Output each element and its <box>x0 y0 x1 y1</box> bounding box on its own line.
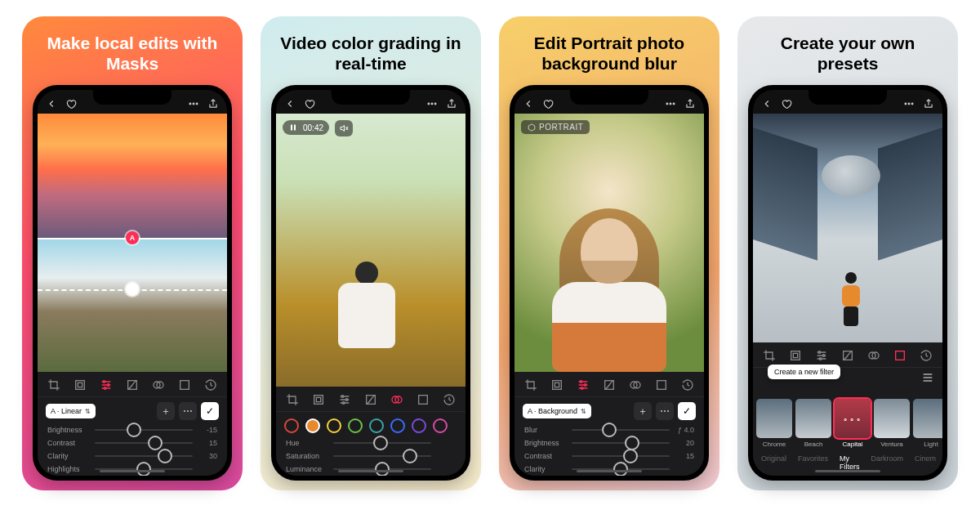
slider-track[interactable] <box>572 468 670 470</box>
slider-thumb[interactable] <box>373 436 388 450</box>
mask-more-button[interactable]: ⋯ <box>656 402 674 420</box>
slider-thumb[interactable] <box>613 462 628 476</box>
heart-icon[interactable] <box>781 98 792 110</box>
canvas[interactable]: PORTRAIT <box>514 114 704 372</box>
more-icon[interactable] <box>426 98 438 110</box>
slider-row-highlights[interactable]: Highlights <box>38 463 227 476</box>
crop-icon[interactable] <box>286 393 299 406</box>
back-icon[interactable] <box>761 98 773 110</box>
watermark-icon[interactable] <box>655 378 668 391</box>
slider-row-saturation[interactable]: Saturation <box>276 450 466 463</box>
crop-icon[interactable] <box>763 349 776 362</box>
slider-thumb[interactable] <box>127 423 141 437</box>
slider-row-brightness[interactable]: Brightness 20 <box>514 436 704 450</box>
color-icon[interactable] <box>390 393 403 406</box>
filter-item[interactable]: Light <box>913 399 942 448</box>
heart-icon[interactable] <box>304 98 315 110</box>
curves-icon[interactable] <box>126 378 139 391</box>
color-icon[interactable] <box>629 378 642 391</box>
slider-thumb[interactable] <box>623 449 638 463</box>
share-icon[interactable] <box>684 98 696 110</box>
hue-swatch[interactable] <box>305 418 320 433</box>
color-icon[interactable] <box>152 378 165 391</box>
filter-item[interactable]: Chrome <box>756 399 792 448</box>
slider-thumb[interactable] <box>602 423 617 437</box>
frame-icon[interactable] <box>312 393 325 406</box>
slider-track[interactable] <box>572 455 670 457</box>
slider-thumb[interactable] <box>158 449 172 463</box>
hue-swatch[interactable] <box>412 418 426 433</box>
hue-swatch[interactable] <box>433 418 448 433</box>
history-icon[interactable] <box>681 378 694 391</box>
slider-track[interactable] <box>95 429 193 431</box>
mask-more-button[interactable]: ⋯ <box>179 402 197 420</box>
hue-swatch[interactable] <box>390 418 405 433</box>
slider-thumb[interactable] <box>148 436 163 450</box>
frame-icon[interactable] <box>550 378 564 391</box>
more-icon[interactable] <box>665 98 676 110</box>
adjust-icon[interactable] <box>815 349 828 362</box>
slider-track[interactable] <box>572 429 670 431</box>
filter-item[interactable]: Ventura <box>874 399 910 448</box>
slider-track[interactable] <box>333 468 431 470</box>
filter-item[interactable]: Beach <box>795 399 831 448</box>
canvas[interactable]: A <box>38 114 227 372</box>
slider-thumb[interactable] <box>136 462 151 476</box>
slider-track[interactable] <box>333 442 431 444</box>
curves-icon[interactable] <box>603 378 616 391</box>
hue-swatch[interactable] <box>348 418 363 433</box>
slider-thumb[interactable] <box>375 462 390 476</box>
mask-selector[interactable]: A · Background⇅ <box>523 404 591 418</box>
hue-swatch[interactable] <box>369 418 384 433</box>
adjust-icon[interactable] <box>100 378 113 391</box>
crop-icon[interactable] <box>47 378 60 391</box>
frame-icon[interactable] <box>789 349 802 362</box>
slider-track[interactable] <box>572 442 670 444</box>
history-icon[interactable] <box>920 349 933 362</box>
share-icon[interactable] <box>207 98 219 110</box>
filter-item[interactable]: ∘∘∘ Capital <box>835 399 871 448</box>
canvas[interactable]: 00:42 <box>276 114 466 387</box>
video-time-chip[interactable]: 00:42 <box>283 120 329 135</box>
frame-icon[interactable] <box>74 378 87 391</box>
history-icon[interactable] <box>443 393 456 406</box>
more-icon[interactable] <box>188 98 199 110</box>
mask-confirm-button[interactable]: ✓ <box>678 402 696 420</box>
mute-button[interactable] <box>335 120 353 136</box>
add-mask-button[interactable]: ＋ <box>634 402 652 420</box>
filter-category[interactable]: Original <box>761 454 786 471</box>
slider-row-luminance[interactable]: Luminance <box>276 463 466 476</box>
slider-row-hue[interactable]: Hue <box>276 436 466 450</box>
watermark-icon[interactable] <box>178 378 191 391</box>
watermark-icon[interactable] <box>416 393 430 406</box>
mask-confirm-button[interactable]: ✓ <box>201 402 219 420</box>
list-icon[interactable] <box>921 371 934 384</box>
back-icon[interactable] <box>46 98 57 110</box>
share-icon[interactable] <box>446 98 457 110</box>
share-icon[interactable] <box>923 98 934 110</box>
slider-row-brightness[interactable]: Brightness -15 <box>38 423 227 436</box>
slider-row-clarity[interactable]: Clarity <box>514 463 704 476</box>
slider-track[interactable] <box>333 455 431 457</box>
slider-thumb[interactable] <box>403 449 417 463</box>
add-mask-button[interactable]: ＋ <box>157 402 175 420</box>
slider-row-clarity[interactable]: Clarity 30 <box>38 450 227 463</box>
adjust-icon[interactable] <box>577 378 590 391</box>
curves-icon[interactable] <box>841 349 854 362</box>
more-icon[interactable] <box>903 98 915 110</box>
slider-thumb[interactable] <box>625 436 639 450</box>
color-icon[interactable] <box>867 349 880 362</box>
curves-icon[interactable] <box>364 393 377 406</box>
filters-icon[interactable] <box>893 349 906 362</box>
hue-swatch[interactable] <box>284 418 299 433</box>
slider-track[interactable] <box>95 455 193 457</box>
slider-row-contrast[interactable]: Contrast 15 <box>38 436 227 450</box>
filter-strip[interactable]: Chrome Beach ∘∘∘ Capital Ventura Light <box>753 384 942 451</box>
slider-track[interactable] <box>95 468 193 470</box>
canvas[interactable] <box>753 114 942 342</box>
mask-handle-b[interactable] <box>126 283 139 296</box>
filter-category[interactable]: Favorites <box>798 454 828 471</box>
adjust-icon[interactable] <box>338 393 351 406</box>
mask-selector[interactable]: A · Linear⇅ <box>46 404 96 418</box>
slider-row-blur[interactable]: Blur ƒ 4.0 <box>514 423 704 436</box>
